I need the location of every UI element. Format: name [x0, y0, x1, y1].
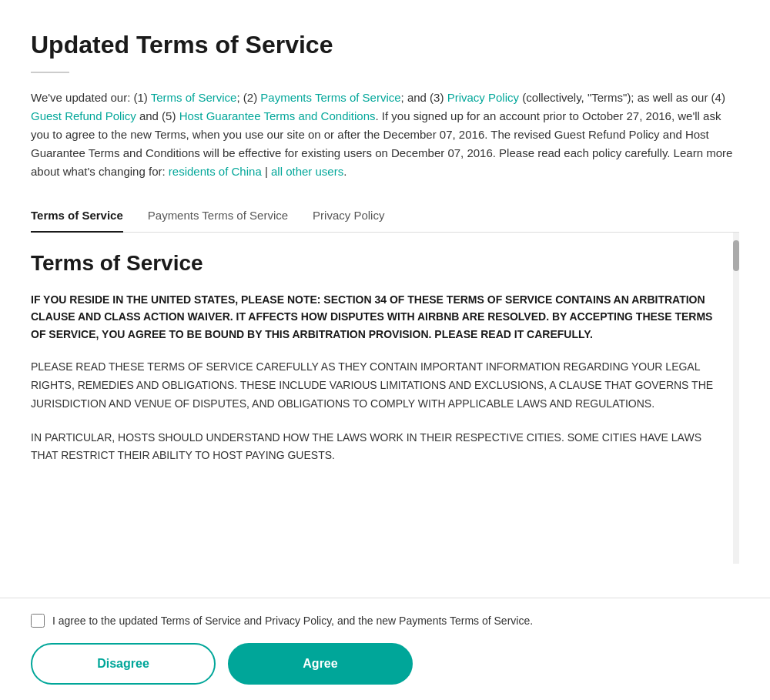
period: .: [343, 165, 346, 178]
divider: [31, 72, 69, 73]
tos-link[interactable]: Terms of Service: [151, 91, 237, 104]
other-users-link[interactable]: all other users: [271, 165, 343, 178]
tabs-container: Terms of Service Payments Terms of Servi…: [31, 199, 739, 233]
china-residents-link[interactable]: residents of China: [169, 165, 262, 178]
body-paragraph-2: IN PARTICULAR, HOSTS SHOULD UNDERSTAND H…: [31, 429, 721, 466]
scrollbar: [733, 233, 739, 564]
tab-terms-of-service[interactable]: Terms of Service: [31, 199, 123, 233]
tab-privacy-policy[interactable]: Privacy Policy: [313, 199, 384, 233]
host-guarantee-link[interactable]: Host Guarantee Terms and Conditions: [179, 109, 376, 122]
intro-prefix: We've updated our: (1): [31, 91, 151, 104]
scrollbar-thumb: [733, 240, 739, 271]
page-title: Updated Terms of Service: [31, 31, 739, 59]
guest-refund-link[interactable]: Guest Refund Policy: [31, 109, 136, 122]
intro-paragraph: We've updated our: (1) Terms of Service;…: [31, 89, 739, 181]
buttons-row: Disagree Agree: [31, 643, 739, 685]
pipe: |: [262, 165, 271, 178]
content-area: Terms of Service IF YOU RESIDE IN THE UN…: [31, 233, 739, 564]
between4: and (5): [136, 109, 179, 122]
between2: ; and (3): [401, 91, 447, 104]
agree-button[interactable]: Agree: [228, 643, 413, 685]
payments-tos-link[interactable]: Payments Terms of Service: [260, 91, 400, 104]
scrollable-content[interactable]: Terms of Service IF YOU RESIDE IN THE UN…: [31, 233, 733, 564]
warning-text: IF YOU RESIDE IN THE UNITED STATES, PLEA…: [31, 291, 721, 343]
checkbox-row: I agree to the updated Terms of Service …: [31, 614, 739, 628]
footer-area: I agree to the updated Terms of Service …: [0, 598, 770, 700]
content-title: Terms of Service: [31, 251, 721, 276]
privacy-policy-link[interactable]: Privacy Policy: [447, 91, 519, 104]
agree-checkbox[interactable]: [31, 614, 45, 628]
between1: ; (2): [236, 91, 260, 104]
body-paragraph-1: PLEASE READ THESE TERMS OF SERVICE CAREF…: [31, 358, 721, 413]
main-container: Updated Terms of Service We've updated o…: [0, 0, 770, 598]
disagree-button[interactable]: Disagree: [31, 643, 216, 685]
checkbox-label: I agree to the updated Terms of Service …: [52, 615, 533, 627]
between3: (collectively, "Terms"); as well as our …: [519, 91, 725, 104]
tab-payments-terms[interactable]: Payments Terms of Service: [148, 199, 288, 233]
